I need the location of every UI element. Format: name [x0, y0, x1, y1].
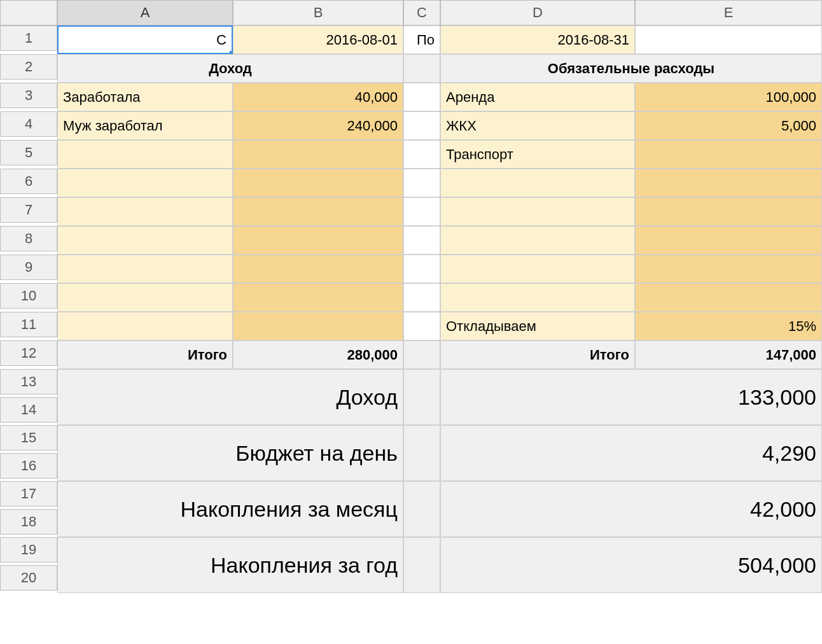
summary-value-3[interactable]: 504,000 [440, 537, 822, 593]
col-header-D[interactable]: D [440, 0, 635, 25]
row-header-6[interactable]: 6 [0, 169, 57, 194]
cell-E5[interactable] [635, 140, 822, 169]
cell-D11[interactable]: Откладываем [440, 312, 635, 340]
cell-D6[interactable] [440, 169, 635, 197]
cell-E8[interactable] [635, 226, 822, 255]
cell-D12[interactable]: Итого [440, 340, 635, 369]
summary-label-1[interactable]: Бюджет на день [57, 425, 403, 481]
row-header-1[interactable]: 1 [0, 25, 57, 51]
cell-C7[interactable] [403, 197, 440, 226]
cell-E3[interactable]: 100,000 [635, 83, 822, 111]
cell-A3[interactable]: Заработала [57, 83, 233, 111]
summary-label-2[interactable]: Накопления за месяц [57, 481, 403, 537]
row-header-19[interactable]: 19 [0, 537, 57, 563]
cell-B9[interactable] [233, 255, 403, 283]
cell-B12[interactable]: 280,000 [233, 340, 403, 369]
cell-C2[interactable] [403, 54, 440, 83]
cell-C5[interactable] [403, 140, 440, 169]
cell-C4[interactable] [403, 111, 440, 140]
row-header-2[interactable]: 2 [0, 54, 57, 80]
cell-C8[interactable] [403, 226, 440, 255]
col-header-E[interactable]: E [635, 0, 822, 25]
summary-gap-3[interactable] [403, 537, 440, 593]
summary-label-0[interactable]: Доход [57, 369, 403, 425]
cell-B8[interactable] [233, 226, 403, 255]
cell-A9[interactable] [57, 255, 233, 283]
cell-C10[interactable] [403, 283, 440, 312]
expense-header[interactable]: Обязательные расходы [440, 54, 822, 83]
summary-gap-0[interactable] [403, 369, 440, 425]
cell-E10[interactable] [635, 283, 822, 312]
cell-C6[interactable] [403, 169, 440, 197]
cell-C12[interactable] [403, 340, 440, 369]
row-header-5[interactable]: 5 [0, 140, 57, 165]
cell-A11[interactable] [57, 312, 233, 340]
row-header-13[interactable]: 13 [0, 369, 57, 395]
cell-D7[interactable] [440, 197, 635, 226]
cell-B10[interactable] [233, 283, 403, 312]
cell-A10[interactable] [57, 283, 233, 312]
cell-D8[interactable] [440, 226, 635, 255]
cell-B1[interactable]: 2016-08-01 [233, 25, 403, 54]
cell-E12[interactable]: 147,000 [635, 340, 822, 369]
row-header-11[interactable]: 11 [0, 312, 57, 337]
summary-value-1[interactable]: 4,290 [440, 425, 822, 481]
cell-A1[interactable]: С [57, 25, 233, 54]
cell-A1-value: С [216, 32, 226, 48]
income-header[interactable]: Доход [57, 54, 403, 83]
cell-E9[interactable] [635, 255, 822, 283]
cell-D10[interactable] [440, 283, 635, 312]
summary-gap-2[interactable] [403, 481, 440, 537]
cell-A4[interactable]: Муж заработал [57, 111, 233, 140]
cell-B4[interactable]: 240,000 [233, 111, 403, 140]
cell-A6[interactable] [57, 169, 233, 197]
row-header-9[interactable]: 9 [0, 255, 57, 280]
selection-handle[interactable] [229, 50, 233, 54]
cell-B7[interactable] [233, 197, 403, 226]
spreadsheet-grid[interactable]: A B C D E 1 С 2016-08-01 По 2016-08-31 2… [0, 0, 822, 593]
row-header-15[interactable]: 15 [0, 425, 57, 451]
cell-C11[interactable] [403, 312, 440, 340]
cell-A5[interactable] [57, 140, 233, 169]
row-header-20[interactable]: 20 [0, 565, 57, 591]
cell-D4[interactable]: ЖКХ [440, 111, 635, 140]
summary-value-2[interactable]: 42,000 [440, 481, 822, 537]
row-header-14[interactable]: 14 [0, 397, 57, 423]
cell-D1[interactable]: 2016-08-31 [440, 25, 635, 54]
select-all-corner[interactable] [0, 0, 57, 25]
cell-D5[interactable]: Транспорт [440, 140, 635, 169]
cell-E1[interactable] [635, 25, 822, 54]
cell-E7[interactable] [635, 197, 822, 226]
cell-E11[interactable]: 15% [635, 312, 822, 340]
cell-C9[interactable] [403, 255, 440, 283]
row-header-18[interactable]: 18 [0, 509, 57, 535]
cell-B3[interactable]: 40,000 [233, 83, 403, 111]
summary-value-0[interactable]: 133,000 [440, 369, 822, 425]
row-header-12[interactable]: 12 [0, 340, 57, 366]
col-header-B[interactable]: B [233, 0, 403, 25]
row-header-16[interactable]: 16 [0, 453, 57, 479]
cell-A8[interactable] [57, 226, 233, 255]
cell-A7[interactable] [57, 197, 233, 226]
row-header-8[interactable]: 8 [0, 226, 57, 251]
cell-D9[interactable] [440, 255, 635, 283]
summary-gap-1[interactable] [403, 425, 440, 481]
cell-A12[interactable]: Итого [57, 340, 233, 369]
cell-C3[interactable] [403, 83, 440, 111]
col-header-A[interactable]: A [57, 0, 233, 25]
cell-E4[interactable]: 5,000 [635, 111, 822, 140]
row-header-7[interactable]: 7 [0, 197, 57, 223]
cell-B6[interactable] [233, 169, 403, 197]
row-header-17[interactable]: 17 [0, 481, 57, 507]
cell-B5[interactable] [233, 140, 403, 169]
row-header-3[interactable]: 3 [0, 83, 57, 108]
row-header-10[interactable]: 10 [0, 283, 57, 309]
summary-label-3[interactable]: Накопления за год [57, 537, 403, 593]
cell-B11[interactable] [233, 312, 403, 340]
col-header-C[interactable]: C [403, 0, 440, 25]
cell-C1[interactable]: По [403, 25, 440, 54]
cell-E6[interactable] [635, 169, 822, 197]
row-header-4[interactable]: 4 [0, 111, 57, 137]
cell-D3[interactable]: Аренда [440, 83, 635, 111]
